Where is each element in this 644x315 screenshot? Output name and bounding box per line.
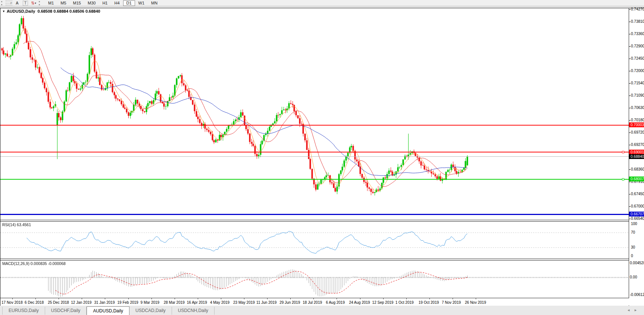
price-line-tag[interactable]: 0.66707 [629,212,644,216]
timeframe-button-m1[interactable]: M1 [45,0,57,6]
timeframe-button-m30[interactable]: M30 [84,0,99,6]
date-tick-mark [12,298,13,299]
price-tick: 0.66540 [631,216,644,221]
panel-splitter [0,260,629,261]
price-tick: 0.73360 [631,32,644,36]
date-tick: 26 Nov 2019 [465,300,486,305]
date-tick-mark [383,298,384,299]
price-tick: 0.71090 [631,93,644,97]
date-tick: 25 Dec 2018 [48,300,69,305]
date-tick-mark [198,298,198,299]
date-tick: 11 Jun 2019 [256,300,276,305]
date-axis[interactable]: 17 Nov 20186 Dec 201825 Dec 201812 Jan 2… [0,298,629,306]
chart-tab-bar: EURUSD,DailyUSDCHF,DailyAUDUSD,DailyUSDC… [0,306,644,315]
chart-tab-audusd[interactable]: AUDUSD,Daily [87,306,129,315]
chart-canvas[interactable] [0,8,629,298]
date-tick: 4 May 2019 [210,300,229,305]
price-tick: 0.68360 [631,167,644,171]
price-tick: 0.67450 [631,192,644,196]
date-tick-mark [151,298,152,299]
date-tick-mark [105,298,105,299]
date-tick-mark [453,298,453,299]
price-tick: 0.72900 [631,44,644,48]
chart-window: ▼AUDUSD,Daily 0.68508 0.68884 0.68506 0.… [0,8,644,306]
date-tick: 29 Jun 2019 [279,300,300,305]
chart-tab-usdchf[interactable]: USDCHF,Daily [45,307,87,315]
date-tick-mark [59,298,59,299]
date-tick: 9 Mar 2019 [141,300,160,305]
date-tick-mark [290,298,291,299]
date-tick: 24 Aug 2019 [349,300,370,305]
date-tick: 19 Feb 2019 [118,300,138,305]
rsi-tick: 70 [631,230,635,234]
chart-ohlc-title: ▼AUDUSD,Daily 0.68508 0.68884 0.68506 0.… [2,9,100,13]
date-tick-mark [360,298,360,299]
toolbar-drag-handle[interactable] [39,1,41,5]
timeframe-button-mn[interactable]: MN [148,0,161,6]
date-tick: 12 Sep 2019 [372,300,394,305]
text-tool-icon[interactable]: A [14,0,21,6]
date-tick: 12 Jan 2019 [71,300,91,305]
price-tick: 0.73810 [631,19,644,24]
price-tick: 0.71540 [631,81,644,85]
date-tick-mark [221,298,221,299]
timeframe-button-m15[interactable]: M15 [70,0,84,6]
ohlc-values: 0.68508 0.68884 0.68506 0.68840 [37,9,100,13]
timeframe-button-m5[interactable]: M5 [57,0,69,6]
rsi-label: RSI(14) 63.4561 [2,222,31,227]
top-toolbar: F A T ⇅▾ M1M5M15M30H1H4D1W1MN [0,0,644,6]
macd-tick: -0.006122 [630,293,644,297]
panel-splitter [0,221,629,222]
symbol-period-label: AUDUSD,Daily [7,9,35,13]
chevron-down-icon: ▾ [35,1,36,5]
price-tick: 0.72000 [631,69,644,73]
price-axis-border [629,8,629,298]
date-tick: 31 Jan 2019 [94,300,115,305]
date-tick-mark [128,298,129,299]
panel-border [0,298,629,298]
toolbar-drag-handle[interactable] [1,1,3,5]
price-tick: 0.74270 [631,7,644,11]
date-tick-mark [244,298,244,299]
macd-label: MACD(12,26,9) 0.000835 -0.000068 [2,261,66,266]
price-tick: 0.70630 [631,106,644,110]
tab-scroll-arrows[interactable]: ◄► [627,308,641,312]
timeframe-button-w1[interactable]: W1 [135,0,148,6]
fibonacci-icon[interactable]: F [6,1,12,5]
date-tick-mark [82,298,82,299]
price-line-tag[interactable]: 0.68007 [629,177,644,181]
price-tick: 0.70180 [631,118,644,122]
arrows-tool-icon[interactable]: ⇅▾ [30,0,37,6]
chart-tab-eurusd[interactable]: EURUSD,Daily [2,307,45,315]
date-tick: 1 Oct 2019 [396,300,414,305]
timeframe-group: M1M5M15M30H1H4D1W1MN [45,0,161,6]
label-tool-icon[interactable]: T [22,0,29,6]
bid-price-tag: 0.68840 [629,154,644,159]
timeframe-button-d1[interactable]: D1 [123,0,135,6]
panel-splitter[interactable] [0,259,629,259]
date-tick: 16 Apr 2019 [187,300,207,305]
date-tick: 28 Mar 2019 [164,300,185,305]
date-tick-mark [267,298,268,299]
price-tick: 0.69720 [631,130,644,134]
price-tick: 0.67000 [631,204,644,208]
timeframe-button-h4[interactable]: H4 [111,0,123,6]
collapse-arrow-icon[interactable]: ▼ [2,10,5,13]
macd-tick: 0.00 [630,275,637,279]
date-tick-mark [313,298,314,299]
timeframe-button-h1[interactable]: H1 [99,0,111,6]
date-tick: 18 Jul 2019 [303,300,322,305]
date-tick-mark [35,298,36,299]
price-tick: 0.72450 [631,56,644,60]
date-tick-mark [337,298,337,299]
price-axis[interactable]: 0.742700.738100.733600.729000.724500.720… [629,8,644,306]
date-tick: 7 Nov 2019 [442,300,461,305]
date-tick-mark [406,298,407,299]
panel-splitter[interactable] [0,220,629,220]
date-tick-mark [476,298,476,299]
chart-tab-usdcnh[interactable]: USDCNH,Daily [172,307,215,315]
chart-tab-usdcad[interactable]: USDCAD,Daily [129,307,172,315]
rsi-tick: 30 [631,245,635,249]
date-tick: 6 Dec 2018 [25,300,44,305]
price-line-tag[interactable]: 0.70003 [629,122,644,127]
